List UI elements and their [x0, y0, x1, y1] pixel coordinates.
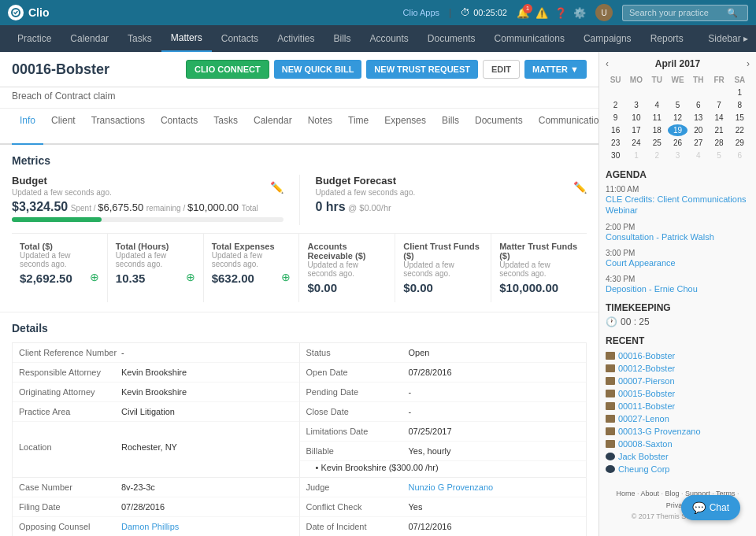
judge-link[interactable]: Nunzio G Provenzano — [409, 482, 494, 492]
cal-day[interactable]: 15 — [730, 112, 750, 124]
nav-documents[interactable]: Documents — [418, 25, 485, 52]
recent-item-9[interactable]: Jack Bobster — [606, 450, 750, 463]
cal-day[interactable] — [647, 87, 667, 98]
forecast-edit-icon[interactable]: ✏️ — [573, 181, 587, 194]
footer-blog[interactable]: Blog — [665, 490, 680, 497]
cal-day[interactable]: 9 — [606, 112, 625, 124]
agenda-event-4[interactable]: Deposition - Ernie Chou — [606, 283, 750, 294]
cal-day-today[interactable]: 19 — [668, 124, 687, 136]
cal-day[interactable]: 12 — [668, 112, 687, 124]
nav-practice[interactable]: Practice — [8, 25, 61, 52]
cal-day[interactable]: 24 — [626, 137, 646, 149]
cal-day[interactable]: 17 — [626, 124, 646, 136]
nav-contacts[interactable]: Contacts — [212, 25, 268, 52]
cal-day[interactable]: 5 — [709, 150, 728, 161]
recent-item-1[interactable]: 00016-Bobster — [606, 349, 750, 362]
tab-expenses[interactable]: Expenses — [376, 109, 434, 145]
footer-home[interactable]: Home — [617, 490, 636, 497]
cal-day[interactable]: 2 — [606, 99, 625, 111]
cal-day[interactable]: 6 — [730, 150, 750, 161]
matter-dropdown-button[interactable]: MATTER ▼ — [524, 60, 587, 79]
cal-prev-button[interactable]: ‹ — [606, 58, 609, 69]
tab-info[interactable]: Info — [12, 109, 43, 145]
cal-day[interactable]: 28 — [709, 137, 728, 149]
cal-next-button[interactable]: › — [747, 58, 750, 69]
tab-communications[interactable]: Communications — [531, 109, 598, 145]
total-expenses-add-icon[interactable]: ⊕ — [281, 271, 291, 283]
search-bar[interactable]: 🔍 — [622, 5, 748, 21]
cal-day[interactable] — [606, 87, 625, 98]
tab-notes[interactable]: Notes — [300, 109, 340, 145]
cal-day[interactable]: 16 — [606, 124, 625, 136]
nav-activities[interactable]: Activities — [268, 25, 324, 52]
cal-day[interactable]: 4 — [688, 150, 708, 161]
recent-item-6[interactable]: 00027-Lenon — [606, 412, 750, 425]
cal-day[interactable]: 14 — [709, 112, 728, 124]
tab-calendar[interactable]: Calendar — [246, 109, 300, 145]
recent-item-10[interactable]: Cheung Corp — [606, 463, 750, 475]
cal-day[interactable]: 4 — [647, 99, 667, 111]
agenda-event-3[interactable]: Court Appearance — [606, 257, 750, 268]
alert-icon[interactable]: ⚠️ — [536, 7, 548, 19]
cal-day[interactable] — [626, 87, 646, 98]
budget-edit-icon[interactable]: ✏️ — [270, 181, 284, 194]
footer-about[interactable]: About — [641, 490, 660, 497]
sidebar-toggle[interactable]: Sidebar ▸ — [708, 33, 748, 44]
cal-day[interactable]: 20 — [688, 124, 708, 136]
cal-day[interactable]: 2 — [647, 150, 667, 161]
clio-apps-link[interactable]: Clio Apps — [403, 8, 439, 17]
clio-connect-button[interactable]: CLIO CONNECT — [186, 60, 269, 79]
cal-day[interactable]: 30 — [606, 150, 625, 161]
cal-day[interactable]: 22 — [730, 124, 750, 136]
cal-day[interactable]: 10 — [626, 112, 646, 124]
tab-time[interactable]: Time — [340, 109, 376, 145]
cal-day[interactable]: 5 — [668, 99, 687, 111]
edit-button[interactable]: EDIT — [483, 60, 520, 79]
tab-transactions[interactable]: Transactions — [83, 109, 153, 145]
nav-bills[interactable]: Bills — [324, 25, 360, 52]
tab-tasks[interactable]: Tasks — [206, 109, 246, 145]
settings-icon[interactable]: ⚙️ — [573, 7, 586, 19]
cal-day[interactable]: 18 — [647, 124, 667, 136]
tab-documents[interactable]: Documents — [467, 109, 531, 145]
cal-day[interactable]: 3 — [626, 99, 646, 111]
cal-day[interactable]: 8 — [730, 99, 750, 111]
cal-day[interactable]: 3 — [668, 150, 687, 161]
cal-day[interactable]: 11 — [647, 112, 667, 124]
search-input[interactable] — [629, 8, 724, 17]
new-trust-request-button[interactable]: NEW TRUST REQUEST — [366, 60, 478, 79]
agenda-event-2[interactable]: Consultation - Patrick Walsh — [606, 231, 750, 242]
nav-accounts[interactable]: Accounts — [360, 25, 417, 52]
notification-bell-icon[interactable]: 🔔 1 — [517, 7, 529, 19]
cal-day[interactable]: 1 — [730, 87, 750, 98]
new-quick-bill-button[interactable]: NEW QUICK BILL — [274, 60, 362, 79]
total-hours-add-icon[interactable]: ⊕ — [186, 271, 195, 283]
cal-day[interactable]: 26 — [668, 137, 687, 149]
nav-communications[interactable]: Communications — [485, 25, 574, 52]
nav-matters[interactable]: Matters — [161, 25, 212, 52]
help-icon[interactable]: ❓ — [554, 7, 567, 19]
recent-item-2[interactable]: 00012-Bobster — [606, 362, 750, 375]
tab-contacts[interactable]: Contacts — [153, 109, 206, 145]
cal-day[interactable]: 29 — [730, 137, 750, 149]
cal-day[interactable]: 27 — [688, 137, 708, 149]
cal-day[interactable] — [668, 87, 687, 98]
cal-day[interactable]: 7 — [709, 99, 728, 111]
opposing-counsel-link[interactable]: Damon Phillips — [121, 522, 179, 531]
recent-item-3[interactable]: 00007-Pierson — [606, 375, 750, 387]
cal-day[interactable]: 25 — [647, 137, 667, 149]
tab-bills[interactable]: Bills — [434, 109, 467, 145]
chat-button[interactable]: 💬 Chat — [681, 495, 740, 520]
cal-day[interactable] — [709, 87, 728, 98]
user-avatar[interactable]: U — [595, 4, 613, 21]
cal-day[interactable]: 13 — [688, 112, 708, 124]
cal-day[interactable]: 21 — [709, 124, 728, 136]
nav-tasks[interactable]: Tasks — [118, 25, 161, 52]
nav-reports[interactable]: Reports — [641, 25, 693, 52]
cal-day[interactable]: 1 — [626, 150, 646, 161]
nav-campaigns[interactable]: Campaigns — [574, 25, 641, 52]
agenda-event-1[interactable]: CLE Credits: Client Communications Webin… — [606, 194, 750, 216]
cal-day[interactable]: 6 — [688, 99, 708, 111]
recent-item-5[interactable]: 00011-Bobster — [606, 400, 750, 412]
recent-item-8[interactable]: 00008-Saxton — [606, 438, 750, 450]
